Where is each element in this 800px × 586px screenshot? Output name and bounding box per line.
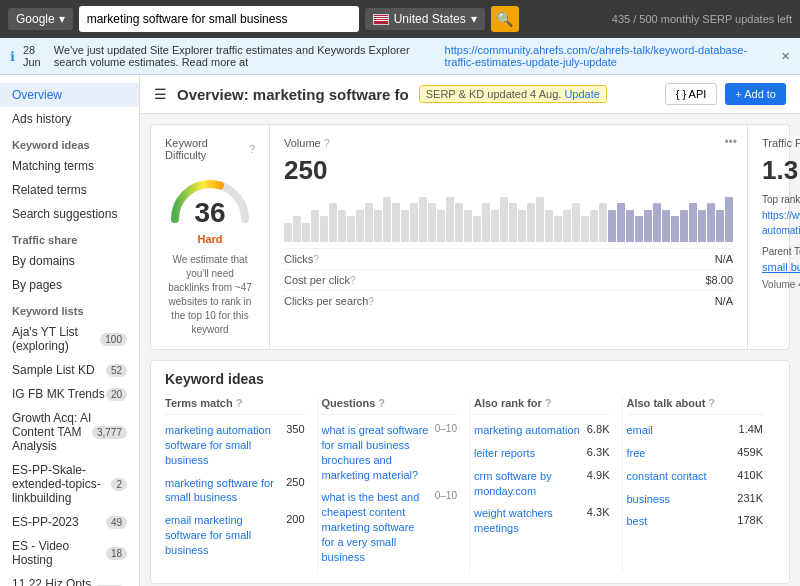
kd-gauge: 36	[165, 169, 255, 229]
search-button[interactable]: 🔍	[491, 6, 519, 32]
list-2-badge: 20	[106, 388, 127, 401]
info-link[interactable]: https://community.ahrefs.com/c/ahrefs-ta…	[445, 44, 773, 68]
content-area: ☰ Overview: marketing software fo SERP &…	[140, 75, 800, 586]
sidebar-item-by-domains[interactable]: By domains	[0, 249, 139, 273]
idea-row: email marketing software for small busin…	[165, 513, 305, 558]
idea-link-2-0[interactable]: marketing automation	[474, 423, 581, 438]
sidebar-item-list-3[interactable]: Growth Acq: AI Content TAM Analysis 3,77…	[0, 406, 139, 458]
idea-link-3-0[interactable]: email	[627, 423, 733, 438]
idea-val-0-1: 250	[286, 476, 304, 488]
volume-bar	[356, 210, 364, 242]
idea-link-0-0[interactable]: marketing automation software for small …	[165, 423, 280, 468]
kd-help-icon[interactable]: ?	[249, 143, 255, 155]
ranking-link[interactable]: https://www.g2.com/categories/marketing-…	[762, 210, 800, 236]
sidebar-item-list-5[interactable]: ES-PP-2023 49	[0, 510, 139, 534]
list-1-label: Sample List KD	[12, 363, 95, 377]
by-pages-label: By pages	[12, 278, 62, 292]
sidebar-item-list-4[interactable]: ES-PP-Skale-extended-topics-linkbuilding…	[0, 458, 139, 510]
add-to-button[interactable]: + Add to	[725, 83, 786, 105]
questions-help-icon[interactable]: ?	[378, 397, 385, 409]
volume-bar	[419, 197, 427, 242]
idea-link-3-2[interactable]: constant contact	[627, 469, 732, 484]
terms-help-icon[interactable]: ?	[236, 397, 243, 409]
sidebar-section-keyword-lists: Keyword lists	[0, 297, 139, 320]
list-4-label: ES-PP-Skale-extended-topics-linkbuilding	[12, 463, 111, 505]
update-link[interactable]: Update	[564, 88, 599, 100]
volume-help-icon[interactable]: ?	[324, 137, 330, 149]
list-6-badge: 18	[106, 547, 127, 560]
cpc-help-icon[interactable]: ?	[350, 275, 356, 286]
volume-bar	[545, 210, 553, 242]
volume-bar	[509, 203, 517, 242]
search-input[interactable]	[79, 6, 359, 32]
idea-link-3-3[interactable]: business	[627, 492, 732, 507]
cps-label: Clicks per search	[284, 295, 368, 307]
sidebar-item-list-1[interactable]: Sample List KD 52	[0, 358, 139, 382]
sidebar-item-related-terms[interactable]: Related terms	[0, 178, 139, 202]
google-label: Google	[16, 12, 55, 26]
header-actions: { } API + Add to	[665, 83, 786, 105]
idea-link-2-1[interactable]: leiter reports	[474, 446, 581, 461]
questions-col: Questions ? what is great software for s…	[318, 397, 471, 573]
idea-link-1-1[interactable]: what is the best and cheapest content ma…	[322, 490, 429, 564]
volume-bar	[437, 210, 445, 242]
main-layout: Overview Ads history Keyword ideas Match…	[0, 75, 800, 586]
idea-link-3-1[interactable]: free	[627, 446, 732, 461]
idea-val-0-0: 350	[286, 423, 304, 435]
idea-row: marketing software for small business 25…	[165, 476, 305, 506]
volume-bar	[491, 210, 499, 242]
volume-value: 250	[284, 155, 733, 186]
google-dropdown[interactable]: Google ▾	[8, 8, 73, 30]
volume-bar	[572, 203, 580, 242]
menu-icon[interactable]: ☰	[154, 86, 167, 102]
volume-bar	[590, 210, 598, 242]
cpc-value: $8.00	[705, 274, 733, 286]
sidebar-item-list-0[interactable]: Aja's YT List (exploring) 100	[0, 320, 139, 358]
also-talk-help-icon[interactable]: ?	[708, 397, 715, 409]
list-2-label: IG FB MK Trends	[12, 387, 105, 401]
kd-label: Keyword Difficulty ?	[165, 137, 255, 161]
also-rank-help-icon[interactable]: ?	[545, 397, 552, 409]
page-title: Overview: marketing software fo	[177, 86, 409, 103]
idea-link-0-1[interactable]: marketing software for small business	[165, 476, 280, 506]
sidebar-item-matching-terms[interactable]: Matching terms	[0, 154, 139, 178]
idea-link-1-0[interactable]: what is great software for small busines…	[322, 423, 429, 482]
cpc-row: Cost per click ? $8.00	[284, 269, 733, 286]
volume-bar	[716, 210, 724, 242]
sidebar-item-ads-history[interactable]: Ads history	[0, 107, 139, 131]
idea-link-3-4[interactable]: best	[627, 514, 732, 529]
volume-bar	[311, 210, 319, 242]
sidebar-item-overview[interactable]: Overview	[0, 83, 139, 107]
cps-help-icon[interactable]: ?	[368, 296, 374, 307]
sidebar-item-list-2[interactable]: IG FB MK Trends 20	[0, 382, 139, 406]
volume-bar	[554, 216, 562, 242]
idea-link-0-2[interactable]: email marketing software for small busin…	[165, 513, 280, 558]
us-flag-icon	[373, 14, 389, 25]
volume-options-icon[interactable]: •••	[724, 135, 737, 149]
volume-bar	[653, 203, 661, 242]
idea-row: best 178K	[627, 514, 764, 529]
list-0-label: Aja's YT List (exploring)	[12, 325, 100, 353]
idea-link-2-3[interactable]: weight watchers meetings	[474, 506, 581, 536]
country-selector[interactable]: United States ▾	[365, 8, 485, 30]
sidebar-item-by-pages[interactable]: By pages	[0, 273, 139, 297]
sidebar-section-keyword-ideas: Keyword ideas	[0, 131, 139, 154]
close-infobar-button[interactable]: ✕	[781, 50, 790, 63]
clicks-help-icon[interactable]: ?	[313, 254, 319, 265]
terms-match-header: Terms match ?	[165, 397, 305, 415]
sidebar-item-search-suggestions[interactable]: Search suggestions	[0, 202, 139, 226]
idea-row: crm software by monday.com 4.9K	[474, 469, 610, 499]
api-button[interactable]: { } API	[665, 83, 718, 105]
volume-bar	[455, 203, 463, 242]
sidebar-item-list-7[interactable]: 11.22 Hiz Opts BIR Keywords 9,549	[0, 572, 139, 586]
parent-topic-link[interactable]: small business marketing software	[762, 261, 800, 273]
volume-bar	[374, 210, 382, 242]
idea-val-2-0: 6.8K	[587, 423, 610, 435]
also-talk-header: Also talk about ?	[627, 397, 764, 415]
idea-row: constant contact 410K	[627, 469, 764, 484]
idea-row: marketing automation 6.8K	[474, 423, 610, 438]
updates-counter: 435 / 500 monthly SERP updates left	[612, 13, 792, 25]
idea-link-2-2[interactable]: crm software by monday.com	[474, 469, 581, 499]
sidebar-item-list-6[interactable]: ES - Video Hosting 18	[0, 534, 139, 572]
idea-row: leiter reports 6.3K	[474, 446, 610, 461]
